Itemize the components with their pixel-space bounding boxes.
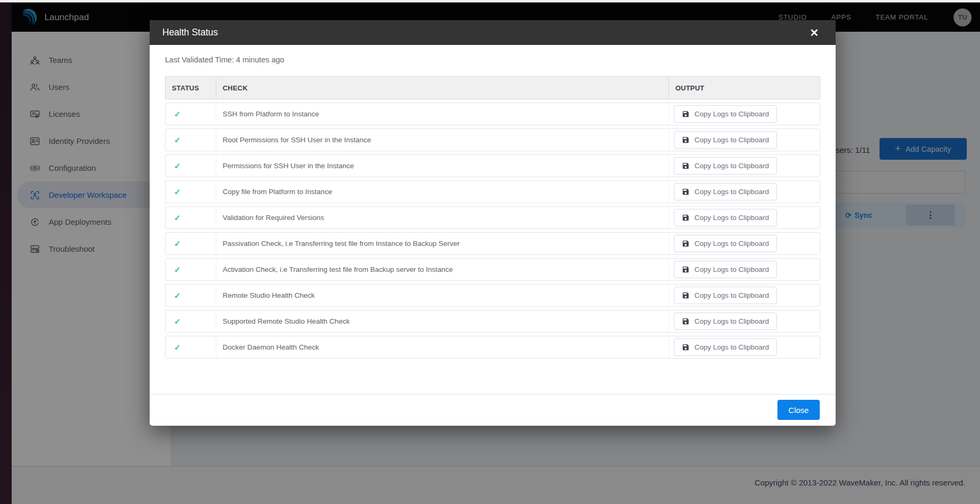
copy-logs-button[interactable]: Copy Logs to Clipboard xyxy=(674,209,777,226)
check-label: Docker Daemon Health Check xyxy=(216,336,668,358)
save-icon xyxy=(682,136,690,144)
save-icon xyxy=(682,317,690,325)
copy-logs-button[interactable]: Copy Logs to Clipboard xyxy=(674,338,777,356)
save-icon xyxy=(682,162,690,170)
check-label: Passivation Check, i.e Transferring test… xyxy=(216,233,668,254)
copy-logs-label: Copy Logs to Clipboard xyxy=(694,291,769,299)
modal-title: Health Status xyxy=(162,27,218,38)
copy-logs-button[interactable]: Copy Logs to Clipboard xyxy=(674,235,777,252)
column-status: STATUS xyxy=(166,77,216,99)
modal-header: Health Status ✕ xyxy=(150,20,836,45)
save-icon xyxy=(682,240,690,248)
status-check-icon: ✓ xyxy=(166,207,216,228)
copy-logs-label: Copy Logs to Clipboard xyxy=(694,265,769,273)
table-row: ✓ Permissions for SSH User in the Instan… xyxy=(165,154,820,177)
save-icon xyxy=(682,343,690,351)
check-label: Remote Studio Health Check xyxy=(216,285,668,306)
table-row: ✓ Validation for Required Versions Copy … xyxy=(165,206,820,229)
copy-logs-button[interactable]: Copy Logs to Clipboard xyxy=(674,287,777,304)
save-icon xyxy=(682,214,690,222)
close-button[interactable]: Close xyxy=(777,400,820,420)
copy-logs-button[interactable]: Copy Logs to Clipboard xyxy=(674,313,777,330)
health-status-modal: Health Status ✕ Last Validated Time: 4 m… xyxy=(150,20,836,426)
status-check-icon: ✓ xyxy=(166,336,216,358)
check-label: Copy file from Platform to Instance xyxy=(216,181,668,203)
status-check-icon: ✓ xyxy=(166,181,216,203)
check-label: Activation Check, i.e Transferring test … xyxy=(216,259,668,280)
check-label: Validation for Required Versions xyxy=(216,207,668,228)
copy-logs-label: Copy Logs to Clipboard xyxy=(694,188,769,196)
modal-body: Last Validated Time: 4 minutes ago STATU… xyxy=(150,56,836,359)
health-table-header: STATUS CHECK OUTPUT xyxy=(165,76,820,99)
save-icon xyxy=(682,188,690,196)
table-row: ✓ Docker Daemon Health Check Copy Logs t… xyxy=(165,336,820,359)
status-check-icon: ✓ xyxy=(166,259,216,280)
column-check: CHECK xyxy=(216,77,668,99)
column-output: OUTPUT xyxy=(668,77,820,99)
status-check-icon: ✓ xyxy=(166,129,216,151)
table-row: ✓ Passivation Check, i.e Transferring te… xyxy=(165,232,820,255)
close-icon[interactable]: ✕ xyxy=(810,28,819,38)
copy-logs-label: Copy Logs to Clipboard xyxy=(694,110,769,118)
status-check-icon: ✓ xyxy=(166,155,216,177)
copy-logs-label: Copy Logs to Clipboard xyxy=(694,240,769,248)
check-label: Permissions for SSH User in the Instance xyxy=(216,155,668,177)
check-label: Root Permissions for SSH User in the Ins… xyxy=(216,129,668,151)
copy-logs-button[interactable]: Copy Logs to Clipboard xyxy=(674,105,777,123)
copy-logs-label: Copy Logs to Clipboard xyxy=(694,317,769,325)
status-check-icon: ✓ xyxy=(166,103,216,125)
table-row: ✓ Activation Check, i.e Transferring tes… xyxy=(165,258,820,281)
table-row: ✓ SSH from Platform to Instance Copy Log… xyxy=(165,103,820,125)
modal-footer: Close xyxy=(150,394,836,426)
save-icon xyxy=(682,110,690,118)
status-check-icon: ✓ xyxy=(166,233,216,254)
copy-logs-button[interactable]: Copy Logs to Clipboard xyxy=(674,261,777,278)
last-validated-label: Last Validated Time: 4 minutes ago xyxy=(165,56,820,64)
table-row: ✓ Root Permissions for SSH User in the I… xyxy=(165,129,820,151)
copy-logs-button[interactable]: Copy Logs to Clipboard xyxy=(674,131,777,149)
status-check-icon: ✓ xyxy=(166,285,216,306)
table-row: ✓ Supported Remote Studio Health Check C… xyxy=(165,310,820,333)
copy-logs-button[interactable]: Copy Logs to Clipboard xyxy=(674,183,777,200)
check-label: SSH from Platform to Instance xyxy=(216,103,668,125)
table-row: ✓ Copy file from Platform to Instance Co… xyxy=(165,180,820,203)
save-icon xyxy=(682,265,690,273)
copy-logs-label: Copy Logs to Clipboard xyxy=(694,162,769,170)
table-row: ✓ Remote Studio Health Check Copy Logs t… xyxy=(165,284,820,307)
copy-logs-label: Copy Logs to Clipboard xyxy=(694,214,769,222)
copy-logs-button[interactable]: Copy Logs to Clipboard xyxy=(674,157,777,175)
save-icon xyxy=(682,291,690,299)
copy-logs-label: Copy Logs to Clipboard xyxy=(694,136,769,144)
check-label: Supported Remote Studio Health Check xyxy=(216,310,668,332)
status-check-icon: ✓ xyxy=(166,310,216,332)
copy-logs-label: Copy Logs to Clipboard xyxy=(694,343,769,351)
